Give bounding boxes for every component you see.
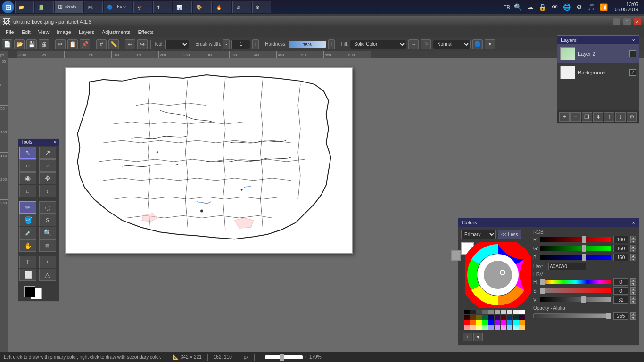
- tool-gradient[interactable]: ▥: [39, 239, 56, 252]
- cut-button[interactable]: ✂: [55, 39, 66, 49]
- tray-icon-5[interactable]: 🌐: [562, 2, 572, 12]
- saturation-slider[interactable]: [540, 288, 611, 293]
- hardness-inc[interactable]: +: [328, 39, 335, 49]
- alpha-icon[interactable]: 🔵: [472, 39, 483, 49]
- hex-input[interactable]: [548, 263, 586, 270]
- palette-cell[interactable]: [495, 315, 500, 320]
- menu-edit[interactable]: Edit: [18, 28, 34, 36]
- copy-button[interactable]: 📋: [67, 39, 78, 49]
- zoom-slider[interactable]: [265, 355, 303, 359]
- blue-slider[interactable]: [540, 255, 611, 260]
- taskbar-app-thev[interactable]: 🔵The V...: [104, 1, 132, 13]
- taskbar-app-5[interactable]: 🦅: [133, 1, 152, 13]
- sat-spin-down[interactable]: ▼: [630, 291, 636, 295]
- layer-properties-button[interactable]: ⚙: [627, 112, 637, 122]
- menu-image[interactable]: Image: [53, 28, 75, 36]
- tool-move2[interactable]: ↗: [39, 159, 56, 172]
- delete-layer-button[interactable]: −: [570, 112, 581, 122]
- blue-value-input[interactable]: [613, 254, 628, 261]
- brush-width-input[interactable]: [231, 40, 250, 49]
- zoom-in-icon[interactable]: +: [305, 354, 307, 360]
- tools-close-icon[interactable]: ×: [53, 140, 56, 145]
- blue-spin-down[interactable]: ▼: [630, 257, 636, 261]
- palette-cell[interactable]: [513, 325, 519, 330]
- menu-view[interactable]: View: [34, 28, 53, 36]
- paste-button[interactable]: 📌: [80, 39, 90, 49]
- palette-white[interactable]: [519, 310, 525, 314]
- value-slider[interactable]: [540, 297, 611, 302]
- menu-adjustments[interactable]: Adjustments: [98, 28, 134, 36]
- palette-cell[interactable]: [507, 315, 512, 320]
- taskbar-app-6[interactable]: ⬆: [153, 1, 172, 13]
- palette-cell[interactable]: [513, 310, 519, 314]
- palette-cell[interactable]: [495, 310, 500, 314]
- tray-icon-7[interactable]: 🎵: [586, 2, 597, 12]
- primary-color-swatch[interactable]: [24, 286, 35, 297]
- blend-icon[interactable]: ⚐: [421, 39, 431, 49]
- red-spin-up[interactable]: ▲: [630, 236, 636, 239]
- tool-shapes[interactable]: ⬜: [19, 269, 36, 281]
- val-spin-up[interactable]: ▲: [630, 296, 636, 300]
- undo-button[interactable]: ↩: [125, 39, 135, 49]
- palette-cell[interactable]: [519, 320, 525, 325]
- tray-icon-8[interactable]: 📶: [599, 2, 609, 12]
- tool-crop[interactable]: □: [19, 185, 36, 197]
- tool-paintbucket[interactable]: 🪣: [19, 214, 36, 226]
- brush-width-inc[interactable]: +: [252, 39, 259, 49]
- layer-item-background[interactable]: Background ✓: [557, 63, 639, 82]
- add-color-button[interactable]: +: [463, 333, 472, 341]
- menu-file[interactable]: File: [2, 28, 18, 36]
- opacity-value-input[interactable]: [613, 312, 628, 320]
- saturation-value-input[interactable]: [613, 287, 628, 295]
- start-button[interactable]: ⊞: [2, 1, 14, 13]
- redo-button[interactable]: ↪: [137, 39, 148, 49]
- move-layer-down-button[interactable]: ↓: [615, 112, 626, 122]
- tool-eraser[interactable]: ◌: [39, 201, 56, 214]
- add-layer-button[interactable]: +: [559, 112, 570, 122]
- ruler-button[interactable]: 📏: [108, 39, 119, 49]
- palette-red[interactable]: [464, 320, 470, 325]
- palette-cell[interactable]: [501, 315, 506, 320]
- palette-cell[interactable]: [470, 315, 476, 320]
- palette-cell[interactable]: [507, 325, 512, 330]
- tool-pencil[interactable]: ✏: [19, 201, 36, 214]
- palette-cell[interactable]: [495, 320, 500, 325]
- sat-spin-up[interactable]: ▲: [630, 287, 636, 291]
- blend-select[interactable]: Normal: [433, 40, 471, 49]
- palette-cell[interactable]: [519, 325, 525, 330]
- palette-cell[interactable]: [476, 310, 482, 314]
- palette-cell[interactable]: [495, 325, 500, 330]
- tool-lasso[interactable]: ◉: [19, 172, 36, 184]
- grid-button[interactable]: #: [96, 39, 107, 49]
- taskbar-app-10[interactable]: 🖥: [232, 1, 251, 13]
- tray-icon-6[interactable]: ⚙: [574, 2, 585, 12]
- palette-cell[interactable]: [476, 325, 482, 330]
- palette-cell[interactable]: [519, 315, 525, 320]
- palette-cell[interactable]: [470, 325, 476, 330]
- palette-cell[interactable]: [507, 320, 512, 325]
- tray-icon-2[interactable]: ☁: [525, 2, 536, 12]
- palette-cell[interactable]: [482, 315, 488, 320]
- fill-select[interactable]: Solid Color: [350, 40, 406, 49]
- green-spin-down[interactable]: ▼: [630, 248, 636, 252]
- color-wheel[interactable]: [465, 242, 531, 308]
- close-button[interactable]: ×: [634, 18, 641, 25]
- zoom-out-icon[interactable]: −: [260, 354, 263, 360]
- tool-zoom[interactable]: 🔍: [39, 227, 56, 239]
- opacity-spin-up[interactable]: ▲: [630, 312, 636, 316]
- palette-cell[interactable]: [464, 325, 470, 330]
- fill-icon[interactable]: ↔: [408, 39, 419, 49]
- palette-blue[interactable]: [488, 320, 494, 325]
- palette-menu-button[interactable]: ▼: [473, 333, 483, 341]
- merge-layer-button[interactable]: ⬇: [593, 112, 603, 122]
- green-value-input[interactable]: [613, 245, 628, 252]
- color-wheel-container[interactable]: [465, 242, 531, 308]
- green-spin-up[interactable]: ▲: [630, 245, 636, 248]
- taskbar-app-11[interactable]: ⚙: [252, 1, 271, 13]
- palette-cell[interactable]: [488, 310, 494, 314]
- tool-colorpicker[interactable]: 💉: [19, 227, 36, 239]
- brush-width-dec[interactable]: -: [223, 39, 230, 49]
- tool-magic-wand[interactable]: ✥: [39, 172, 56, 184]
- background-visibility[interactable]: ✓: [629, 69, 636, 76]
- red-slider[interactable]: [540, 237, 611, 242]
